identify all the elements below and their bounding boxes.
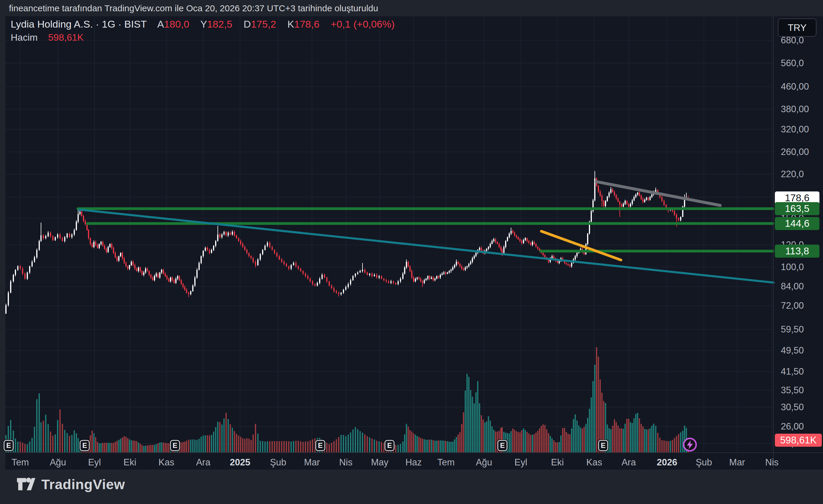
price-tick-label: 41,50 (781, 366, 822, 377)
time-tick-label: Tem (12, 457, 29, 468)
currency-label: TRY (788, 22, 806, 33)
earnings-marker-icon[interactable]: E (79, 440, 90, 451)
attribution-text: fineancetime tarafından TradingView.com … (9, 3, 378, 13)
price-tick-label: 59,50 (781, 324, 822, 335)
volume-label: Hacim (11, 32, 38, 43)
lightning-bolt-icon[interactable] (682, 437, 698, 452)
earnings-marker-icon[interactable]: E (4, 440, 14, 451)
price-tick-label: 35,50 (781, 385, 822, 396)
chart-panel (5, 16, 823, 470)
price-axis-separator (773, 16, 774, 470)
change-value: +0,1 (+0,06%) (331, 18, 394, 30)
symbol-title: Lydia Holding A.S. · 1G · BIST (11, 18, 147, 30)
price-tick-label: 30,50 (781, 402, 822, 413)
low-value: 175,2 (251, 18, 276, 30)
price-tick-label: 49,50 (781, 345, 822, 356)
tradingview-logo[interactable]: TradingView (16, 474, 125, 494)
volume-legend[interactable]: Hacim 598,61K (11, 32, 84, 43)
price-tick-label: 220,0 (781, 169, 822, 180)
level-price-badge[interactable]: 113,8 (775, 245, 819, 258)
earnings-marker-icon[interactable]: E (384, 440, 394, 451)
earnings-marker-icon[interactable]: E (170, 440, 180, 451)
time-tick-label: Eki (551, 457, 563, 468)
price-tick-label: 26,00 (781, 421, 822, 432)
level-price-badge[interactable]: 163,5 (775, 202, 819, 215)
price-tick-label: 680,0 (781, 35, 822, 46)
time-tick-label: Mar (729, 457, 745, 468)
time-tick-label: Kas (158, 457, 174, 468)
time-tick-label: Mar (304, 457, 320, 468)
close-label: K (287, 18, 294, 30)
close-value: 178,6 (294, 18, 319, 30)
price-tick-label: 72,00 (781, 300, 822, 311)
time-axis-separator (5, 452, 823, 453)
symbol-legend[interactable]: Lydia Holding A.S. · 1G · BIST A180,0 Y1… (11, 18, 394, 30)
low-label: D (243, 18, 251, 30)
time-tick-label: Nis (765, 457, 779, 468)
open-label: A (157, 18, 164, 30)
price-tick-label: 100,0 (781, 262, 822, 272)
attribution-bar: fineancetime tarafından TradingView.com … (0, 0, 823, 16)
price-tick-label: 320,00 (781, 124, 822, 135)
time-tick-label: Şub (270, 457, 286, 468)
time-tick-label: Nis (339, 457, 353, 468)
currency-toggle-button[interactable]: TRY (778, 18, 816, 37)
price-tick-label: 380,00 (781, 104, 822, 114)
time-tick-label: Ara (196, 457, 210, 468)
time-tick-label: Kas (586, 457, 602, 468)
earnings-marker-icon[interactable]: E (598, 440, 608, 451)
price-tick-label: 84,00 (781, 281, 822, 292)
price-tick-label: 560,0 (781, 58, 822, 68)
earnings-marker-icon[interactable]: E (497, 440, 507, 451)
high-value: 182,5 (207, 18, 232, 30)
time-tick-label: Ara (622, 457, 636, 468)
volume-badge[interactable]: 598,61K (775, 434, 822, 447)
time-tick-label: 2025 (230, 457, 251, 468)
earnings-marker-icon[interactable]: E (315, 440, 325, 451)
time-tick-label: Haz (405, 457, 422, 468)
tradingview-chart-screenshot: fineancetime tarafından TradingView.com … (0, 0, 823, 504)
time-tick-label: Şub (695, 457, 712, 468)
time-tick-label: Eyl (514, 457, 527, 468)
tradingview-logo-text: TradingView (41, 476, 125, 492)
level-price-badge[interactable]: 144,6 (775, 217, 819, 230)
volume-value: 598,61K (48, 32, 84, 43)
time-tick-label: Eki (123, 457, 136, 468)
tradingview-logo-mark (16, 474, 36, 494)
price-tick-label: 260,00 (781, 147, 822, 157)
open-value: 180,0 (164, 18, 189, 30)
time-tick-label: Tem (437, 457, 455, 468)
time-tick-label: 2026 (657, 457, 677, 468)
price-tick-label: 460,00 (781, 81, 822, 92)
time-tick-label: May (371, 457, 389, 468)
time-tick-label: Eyl (88, 457, 101, 468)
time-tick-label: Ağu (50, 457, 66, 468)
time-tick-label: Ağu (476, 457, 492, 468)
high-label: Y (200, 18, 207, 30)
